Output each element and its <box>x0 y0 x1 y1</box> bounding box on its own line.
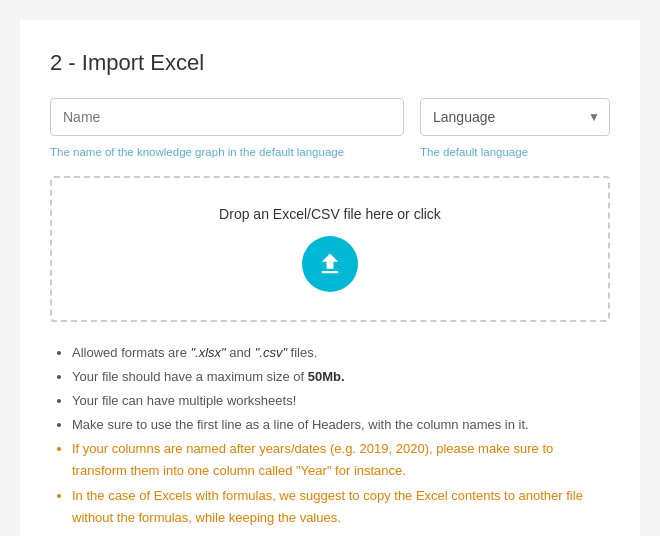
name-input[interactable] <box>50 98 404 136</box>
drop-zone-text: Drop an Excel/CSV file here or click <box>219 206 441 222</box>
page-title: 2 - Import Excel <box>50 50 610 76</box>
list-item: Your file can have multiple worksheets! <box>72 390 610 412</box>
language-field-wrapper: Language English French Spanish German ▼ <box>420 98 610 136</box>
info-bullets: Allowed formats are ".xlsx" and ".csv" f… <box>50 342 610 529</box>
form-row: Language English French Spanish German ▼ <box>50 98 610 136</box>
language-hint: The default language <box>420 142 610 160</box>
list-item: Allowed formats are ".xlsx" and ".csv" f… <box>72 342 610 364</box>
name-field-wrapper <box>50 98 404 136</box>
format-xlsx: ".xlsx" <box>191 345 226 360</box>
max-size: 50Mb. <box>308 369 345 384</box>
list-item: Make sure to use the first line as a lin… <box>72 414 610 436</box>
list-item: Your file should have a maximum size of … <box>72 366 610 388</box>
hints-row: The name of the knowledge graph in the d… <box>50 142 610 160</box>
drop-zone[interactable]: Drop an Excel/CSV file here or click <box>50 176 610 322</box>
name-hint: The name of the knowledge graph in the d… <box>50 142 404 160</box>
list-item: If your columns are named after years/da… <box>72 438 610 482</box>
upload-icon <box>302 236 358 292</box>
language-select[interactable]: Language English French Spanish German <box>420 98 610 136</box>
import-excel-card: 2 - Import Excel Language English French… <box>20 20 640 536</box>
language-select-wrap: Language English French Spanish German ▼ <box>420 98 610 136</box>
list-item: In the case of Excels with formulas, we … <box>72 485 610 529</box>
upload-arrow-icon <box>316 250 344 278</box>
format-csv: ".csv" <box>255 345 287 360</box>
